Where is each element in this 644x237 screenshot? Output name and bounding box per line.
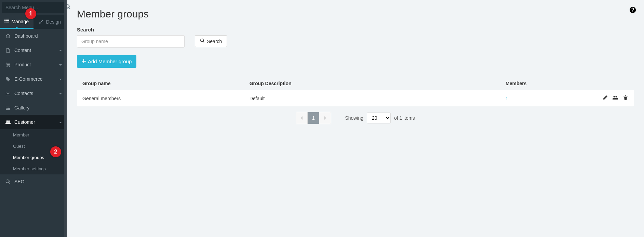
edit-icon[interactable] (602, 95, 608, 101)
sidebar-nav: Dashboard Content Product E-Commerce Con… (0, 29, 67, 237)
sidebar-item-seo[interactable]: SEO (0, 174, 67, 189)
col-group-desc: Group Description (244, 77, 500, 90)
sidebar-item-ecommerce[interactable]: E-Commerce (0, 72, 67, 86)
svg-rect-5 (6, 22, 10, 23)
chevron-down-icon (59, 76, 62, 82)
page-prev[interactable] (296, 112, 308, 124)
svg-rect-2 (4, 22, 6, 23)
pagination: 1 (296, 112, 331, 124)
trash-icon[interactable] (623, 95, 628, 101)
file-icon (5, 48, 11, 53)
group-name-input[interactable] (77, 35, 185, 48)
table-footer: 1 Showing 20 of 1 items (77, 112, 634, 124)
svg-rect-3 (6, 19, 10, 19)
table-header-row: Group name Group Description Members (77, 77, 634, 90)
sidebar-item-label: Member groups (13, 155, 44, 160)
main-content: Member groups Search Search Add Member g… (67, 0, 644, 237)
sidebar-item-gallery[interactable]: Gallery (0, 101, 67, 115)
sidebar-sub-member[interactable]: Member (0, 129, 67, 141)
svg-rect-1 (4, 20, 6, 21)
sidebar-item-customer[interactable]: Customer (0, 115, 67, 129)
tag-icon (5, 77, 11, 82)
sidebar-item-label: Dashboard (14, 33, 38, 39)
showing-prefix: Showing (345, 115, 363, 121)
search-button[interactable]: Search (195, 35, 227, 47)
envelope-icon (5, 91, 11, 96)
search-label: Search (77, 27, 185, 32)
image-icon (5, 105, 11, 110)
page-next[interactable] (319, 112, 331, 124)
annotation-badge-2: 2 (50, 146, 61, 157)
sidebar-search-input[interactable] (5, 5, 65, 10)
sidebar: 1 Manage Design Dashboard (0, 0, 67, 237)
sidebar-sub-member-groups[interactable]: Member groups 2 (0, 152, 67, 163)
sidebar-item-dashboard[interactable]: Dashboard (0, 29, 67, 43)
sidebar-item-content[interactable]: Content (0, 43, 67, 57)
groups-table: Group name Group Description Members Gen… (77, 77, 634, 106)
chevron-right-icon (324, 115, 326, 121)
brush-icon (39, 19, 44, 25)
search-icon (200, 38, 205, 44)
users-icon (5, 120, 11, 125)
chevron-up-icon (59, 119, 62, 125)
chevron-down-icon (59, 91, 62, 96)
home-icon (5, 34, 11, 39)
col-actions (545, 77, 634, 90)
tab-design[interactable]: Design (33, 15, 67, 29)
sidebar-item-label: E-Commerce (14, 76, 42, 82)
add-button-label: Add Member group (88, 58, 132, 64)
chevron-down-icon (59, 48, 62, 53)
svg-rect-0 (4, 19, 6, 19)
chevron-down-icon (59, 62, 62, 67)
sidebar-scrollbar[interactable] (64, 0, 67, 237)
plus-icon (82, 58, 86, 64)
sidebar-item-label: Content (14, 48, 31, 53)
chevron-left-icon (300, 115, 303, 121)
tab-manage-label: Manage (11, 19, 29, 24)
search-section: Search Search (77, 27, 634, 48)
search-button-label: Search (207, 39, 222, 44)
sidebar-subnav-customer: Member Guest Member groups 2 Member sett… (0, 129, 67, 174)
col-group-name: Group name (77, 77, 244, 90)
add-member-group-button[interactable]: Add Member group (77, 55, 136, 68)
svg-rect-4 (6, 20, 10, 21)
search-icon (5, 179, 11, 184)
sidebar-item-product[interactable]: Product (0, 57, 67, 72)
sidebar-item-label: Customer (14, 119, 35, 125)
annotation-badge-1: 1 (25, 8, 36, 19)
col-members: Members (500, 77, 545, 90)
cell-group-name: General members (77, 90, 244, 106)
list-icon (4, 18, 9, 24)
members-count-link[interactable]: 1 (506, 96, 508, 101)
help-icon[interactable] (629, 6, 636, 15)
page-size-select[interactable]: 20 (367, 113, 391, 123)
sidebar-item-contacts[interactable]: Contacts (0, 86, 67, 101)
table-row: General members Default 1 (77, 90, 634, 106)
users-icon[interactable] (613, 95, 618, 101)
page-title: Member groups (77, 8, 634, 20)
sidebar-item-label: SEO (14, 179, 25, 184)
sidebar-item-label: Product (14, 62, 31, 67)
sidebar-sub-member-settings[interactable]: Member settings (0, 163, 67, 174)
tab-design-label: Design (46, 19, 61, 25)
page-number[interactable]: 1 (308, 112, 319, 124)
sidebar-item-label: Gallery (14, 105, 29, 110)
sidebar-item-label: Contacts (14, 91, 33, 96)
cell-group-desc: Default (244, 90, 500, 106)
cart-icon (5, 62, 11, 67)
showing-summary: Showing 20 of 1 items (345, 113, 415, 123)
showing-suffix: of 1 items (394, 115, 415, 121)
